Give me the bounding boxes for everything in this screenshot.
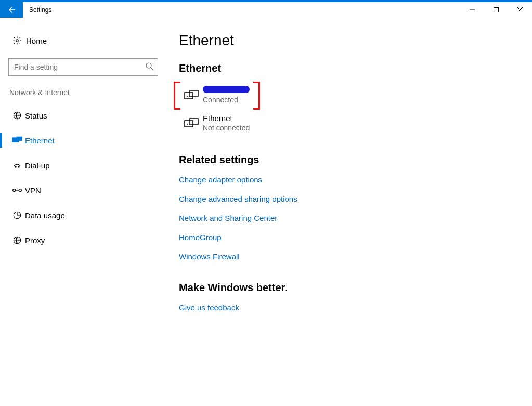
- svg-rect-5: [17, 137, 22, 141]
- link-change-adapter[interactable]: Change adapter options: [179, 175, 522, 184]
- window-title: Settings: [23, 2, 51, 18]
- sidebar-home-label: Home: [25, 36, 47, 45]
- search-box[interactable]: [8, 58, 158, 76]
- sidebar-item-status[interactable]: Status: [6, 104, 160, 127]
- sidebar-item-label: VPN: [25, 186, 41, 195]
- link-advanced-sharing[interactable]: Change advanced sharing options: [179, 194, 522, 203]
- content-pane: Ethernet Ethernet Connected Ethe: [166, 18, 532, 406]
- connection-name: Ethernet: [203, 114, 250, 124]
- svg-rect-0: [494, 8, 499, 12]
- svg-rect-15: [190, 119, 198, 124]
- ethernet-icon: [180, 117, 203, 129]
- ethernet-icon: [9, 136, 25, 145]
- sidebar-item-proxy[interactable]: Proxy: [6, 229, 160, 252]
- sidebar-item-vpn[interactable]: VPN: [6, 179, 160, 202]
- search-input[interactable]: [13, 62, 145, 72]
- dialup-icon: [9, 161, 25, 170]
- sidebar-item-label: Ethernet: [25, 136, 55, 145]
- link-network-sharing-center[interactable]: Network and Sharing Center: [179, 214, 522, 222]
- annotation-bracket-left: [174, 82, 180, 110]
- svg-rect-14: [185, 121, 193, 127]
- svg-rect-12: [185, 93, 193, 99]
- back-button[interactable]: [0, 2, 23, 18]
- data-usage-icon: [9, 211, 25, 220]
- link-homegroup[interactable]: HomeGroup: [179, 233, 522, 242]
- connection-status: Connected: [203, 96, 250, 105]
- svg-point-1: [16, 40, 19, 42]
- window-controls: [460, 2, 532, 18]
- sidebar-item-dialup[interactable]: Dial-up: [6, 154, 160, 177]
- sidebar-item-label: Dial-up: [25, 161, 50, 170]
- svg-point-6: [15, 166, 16, 167]
- svg-point-9: [19, 189, 21, 192]
- connection-name: [203, 86, 250, 96]
- sidebar-item-ethernet[interactable]: Ethernet: [6, 129, 160, 152]
- proxy-icon: [9, 235, 25, 245]
- sidebar-item-datausage[interactable]: Data usage: [6, 204, 160, 227]
- page-title: Ethernet: [179, 32, 522, 49]
- connection-item[interactable]: Ethernet Not connected: [179, 112, 337, 135]
- svg-point-2: [146, 63, 151, 68]
- section-related-header: Related settings: [179, 154, 522, 166]
- sidebar-item-label: Data usage: [25, 211, 65, 220]
- svg-point-8: [13, 189, 16, 192]
- sidebar: Home Network & Internet Status Ethernet: [0, 18, 166, 406]
- search-icon: [145, 62, 153, 72]
- annotation-bracket-right: [253, 82, 260, 110]
- connection-list: Connected Ethernet Not connected: [179, 84, 522, 135]
- sidebar-item-label: Proxy: [25, 236, 45, 245]
- connection-status: Not connected: [203, 124, 250, 133]
- status-icon: [9, 111, 25, 120]
- link-windows-firewall[interactable]: Windows Firewall: [179, 252, 522, 261]
- gear-icon: [9, 36, 25, 45]
- close-button[interactable]: [508, 2, 532, 18]
- sidebar-home[interactable]: Home: [6, 29, 160, 52]
- redacted-name: [203, 86, 250, 93]
- vpn-icon: [9, 187, 25, 194]
- titlebar: Settings: [0, 2, 532, 18]
- ethernet-icon: [180, 89, 203, 101]
- section-connections-header: Ethernet: [179, 62, 522, 74]
- sidebar-category: Network & Internet: [6, 88, 160, 104]
- connection-item[interactable]: Connected: [179, 84, 337, 107]
- related-links: Change adapter options Change advanced s…: [179, 175, 522, 261]
- maximize-button[interactable]: [484, 2, 508, 18]
- svg-point-7: [18, 166, 19, 167]
- link-feedback[interactable]: Give us feedback: [179, 303, 522, 312]
- section-feedback-header: Make Windows better.: [179, 282, 522, 294]
- minimize-button[interactable]: [460, 2, 484, 18]
- sidebar-item-label: Status: [25, 111, 47, 120]
- svg-rect-13: [190, 90, 198, 96]
